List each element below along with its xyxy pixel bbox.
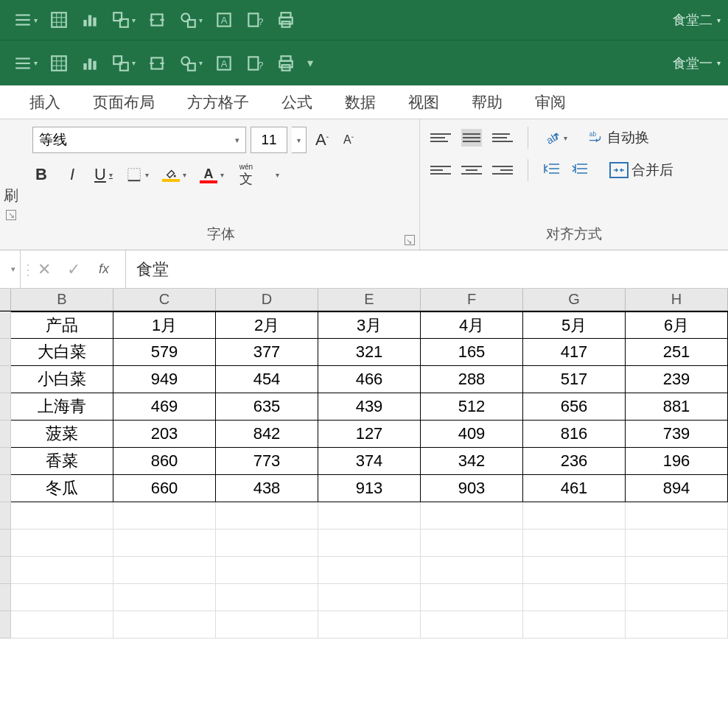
header-cell[interactable]: 1月 — [113, 312, 216, 339]
empty-cell[interactable] — [113, 557, 216, 584]
qat2-grid-icon[interactable] — [49, 54, 69, 73]
row-header[interactable] — [0, 475, 11, 502]
borders-button[interactable]: ▾ — [126, 166, 149, 183]
header-cell[interactable]: 4月 — [421, 312, 523, 339]
tab-fangfang[interactable]: 方方格子 — [187, 92, 249, 113]
empty-cell[interactable] — [113, 502, 216, 530]
row-header[interactable] — [0, 339, 11, 366]
empty-cell[interactable] — [626, 557, 728, 584]
row-header[interactable] — [0, 312, 11, 339]
tab-insert[interactable]: 插入 — [29, 92, 60, 113]
data-cell[interactable]: 842 — [216, 421, 318, 448]
empty-cell[interactable] — [318, 530, 421, 557]
qat2-pivot-icon[interactable]: ▾ — [111, 54, 136, 73]
empty-cell[interactable] — [421, 611, 523, 639]
empty-cell[interactable] — [318, 611, 421, 639]
col-header-B[interactable]: B — [11, 289, 113, 310]
data-cell[interactable]: 656 — [523, 393, 626, 421]
data-cell[interactable]: 579 — [113, 339, 216, 366]
empty-cell[interactable] — [523, 611, 626, 639]
data-cell[interactable]: 469 — [113, 393, 216, 421]
qat-grid-icon[interactable] — [49, 10, 69, 29]
align-middle-button[interactable] — [461, 129, 482, 147]
qat2-overflow-icon[interactable]: ▾ — [307, 56, 313, 70]
wrap-text-button[interactable]: ab自动换 — [588, 128, 649, 147]
data-cell[interactable]: 461 — [523, 475, 626, 502]
align-right-button[interactable] — [492, 161, 513, 179]
data-cell[interactable]: 773 — [216, 448, 318, 475]
empty-cell[interactable] — [216, 530, 318, 557]
merge-cells-button[interactable]: 合并后 — [609, 161, 673, 180]
row-header[interactable] — [0, 366, 11, 393]
format-painter-label[interactable]: 刷 — [4, 186, 18, 205]
data-cell[interactable]: 439 — [318, 393, 421, 421]
name-box-dropdown[interactable]: ▾ — [0, 250, 21, 288]
data-cell[interactable]: 165 — [421, 339, 523, 366]
empty-cell[interactable] — [11, 557, 113, 584]
qat2-autofit-icon[interactable] — [147, 54, 167, 73]
data-cell[interactable]: 739 — [626, 421, 728, 448]
row-header[interactable] — [0, 584, 11, 611]
tab-data[interactable]: 数据 — [345, 92, 376, 113]
formula-input[interactable]: 食堂 — [125, 250, 728, 288]
phonetic-dropdown[interactable]: ▾ — [268, 171, 286, 179]
qat2-help-icon[interactable]: ? — [245, 54, 265, 73]
row-header[interactable] — [0, 530, 11, 557]
font-size-input[interactable]: 11 — [251, 127, 287, 153]
orientation-button[interactable]: ab▾ — [543, 129, 567, 147]
cancel-formula-button[interactable]: ✕ — [29, 260, 59, 279]
empty-cell[interactable] — [318, 502, 421, 530]
align-left-button[interactable] — [430, 161, 451, 179]
empty-cell[interactable] — [216, 557, 318, 584]
col-header-F[interactable]: F — [421, 289, 523, 310]
workbook-title-1[interactable]: 食堂一 ▾ — [673, 54, 721, 72]
font-color-button[interactable]: A▾ — [200, 166, 224, 183]
data-cell[interactable]: 903 — [421, 475, 523, 502]
qat-autofit-icon[interactable] — [147, 10, 167, 29]
qat-chart-icon[interactable] — [80, 10, 99, 29]
col-header-G[interactable]: G — [523, 289, 626, 310]
data-cell[interactable]: 大白菜 — [11, 339, 113, 366]
empty-cell[interactable] — [11, 502, 113, 530]
data-cell[interactable]: 660 — [113, 475, 216, 502]
empty-cell[interactable] — [216, 611, 318, 639]
data-cell[interactable]: 512 — [421, 393, 523, 421]
decrease-indent-button[interactable] — [543, 163, 561, 177]
qat-textbox-icon[interactable]: A — [214, 10, 234, 29]
col-header-H[interactable]: H — [626, 289, 728, 310]
header-cell[interactable]: 产品 — [11, 312, 113, 339]
empty-cell[interactable] — [216, 584, 318, 611]
empty-cell[interactable] — [216, 502, 318, 530]
data-cell[interactable]: 上海青 — [11, 393, 113, 421]
data-cell[interactable]: 454 — [216, 366, 318, 393]
qat2-textbox-icon[interactable]: A — [214, 54, 234, 73]
row-header[interactable] — [0, 502, 11, 530]
italic-button[interactable]: I — [63, 165, 81, 184]
data-cell[interactable]: 881 — [626, 393, 728, 421]
empty-cell[interactable] — [626, 611, 728, 639]
data-cell[interactable]: 894 — [626, 475, 728, 502]
data-cell[interactable]: 菠菜 — [11, 421, 113, 448]
data-cell[interactable]: 374 — [318, 448, 421, 475]
align-center-button[interactable] — [461, 161, 482, 179]
row-header[interactable] — [0, 448, 11, 475]
header-cell[interactable]: 6月 — [626, 312, 728, 339]
qat-help-icon[interactable]: ? — [245, 10, 265, 29]
data-cell[interactable]: 小白菜 — [11, 366, 113, 393]
empty-cell[interactable] — [626, 530, 728, 557]
header-cell[interactable]: 5月 — [523, 312, 626, 339]
tab-help[interactable]: 帮助 — [472, 92, 503, 113]
font-size-dropdown[interactable]: ▾ — [292, 127, 307, 153]
qat-menu-icon[interactable]: ▾ — [13, 10, 38, 29]
row-header[interactable] — [0, 421, 11, 448]
font-dialog-launcher[interactable] — [405, 235, 415, 245]
empty-cell[interactable] — [11, 584, 113, 611]
data-cell[interactable]: 239 — [626, 366, 728, 393]
select-all-corner[interactable] — [0, 289, 11, 310]
qat-pivot-icon[interactable]: ▾ — [111, 10, 136, 29]
row-header[interactable] — [0, 611, 11, 639]
data-cell[interactable]: 417 — [523, 339, 626, 366]
qat2-chart-icon[interactable] — [80, 54, 99, 73]
data-cell[interactable]: 203 — [113, 421, 216, 448]
empty-cell[interactable] — [11, 530, 113, 557]
